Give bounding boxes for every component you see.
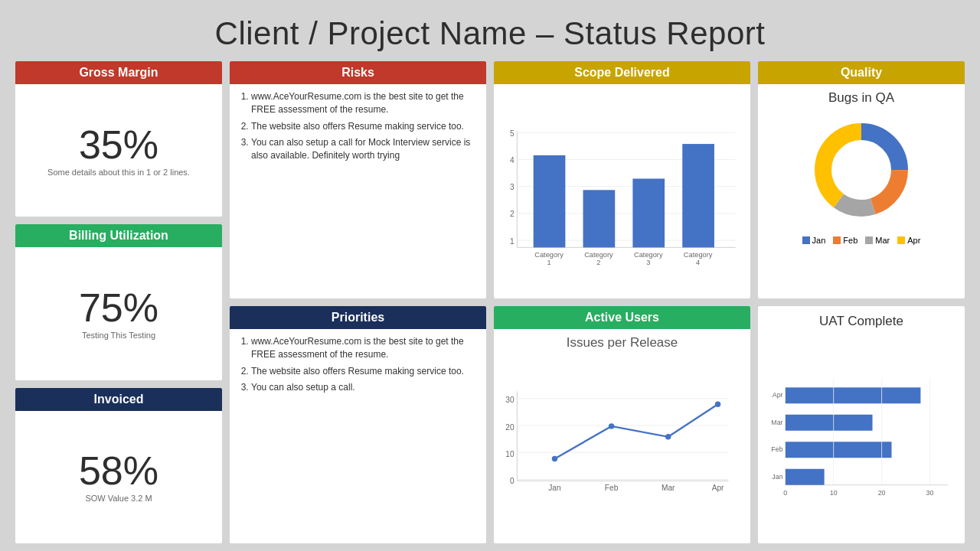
legend-jan: Jan [802, 236, 826, 245]
invoiced-detail: SOW Value 3.2 M [85, 494, 152, 503]
svg-text:4: 4 [510, 156, 514, 165]
svg-text:1: 1 [510, 237, 514, 246]
legend-mar-label: Mar [875, 236, 890, 245]
svg-rect-15 [682, 144, 714, 247]
svg-text:30: 30 [505, 396, 514, 404]
priorities-list: www.AceYourResume.com is the best site t… [239, 335, 477, 394]
priorities-header: Priorities [230, 306, 486, 329]
line-chart: 0 10 20 30 [501, 354, 743, 528]
uat-title: UAT Complete [766, 314, 957, 329]
legend-apr-dot [897, 236, 905, 244]
svg-rect-13 [583, 190, 616, 247]
scope-delivered-body: 5 4 3 2 1 [494, 84, 750, 298]
legend-jan-label: Jan [812, 236, 826, 245]
svg-text:Category: Category [534, 251, 564, 259]
priority-item-3: You can also setup a call. [251, 381, 477, 394]
svg-rect-12 [534, 155, 566, 247]
legend-feb: Feb [833, 236, 858, 245]
invoiced-body: 58% SOW Value 3.2 M [15, 411, 222, 543]
scope-delivered-header: Scope Delivered [494, 61, 750, 84]
gross-margin-header: Gross Margin [15, 61, 222, 84]
svg-text:10: 10 [505, 450, 514, 458]
quality-panel: Quality Bugs in QA [758, 61, 965, 298]
uat-body: UAT Complete Apr Mar Feb Jan [758, 306, 965, 543]
page-title: Client / Project Name – Status Report [15, 8, 965, 61]
quality-body: Bugs in QA Jan [758, 84, 965, 298]
donut-legend: Jan Feb Mar Apr [802, 236, 921, 245]
svg-text:Feb: Feb [771, 445, 782, 453]
svg-text:Category: Category [584, 251, 613, 259]
svg-text:Mar: Mar [662, 484, 675, 492]
donut-chart [800, 109, 923, 231]
svg-text:20: 20 [878, 489, 886, 497]
svg-text:3: 3 [510, 183, 514, 191]
risks-panel: Risks www.AceYourResume.com is the best … [230, 61, 486, 298]
billing-detail: Testing This Testing [82, 331, 155, 340]
scope-bar-chart: 5 4 3 2 1 [501, 90, 743, 295]
priorities-body: www.AceYourResume.com is the best site t… [230, 329, 486, 543]
legend-jan-dot [802, 236, 810, 244]
svg-rect-14 [632, 178, 665, 247]
risks-body: www.AceYourResume.com is the best site t… [230, 84, 486, 298]
svg-text:5: 5 [510, 129, 514, 138]
billing-card: Billing Utilization 75% Testing This Tes… [15, 224, 222, 380]
svg-text:30: 30 [926, 489, 934, 497]
svg-text:4: 4 [696, 259, 700, 267]
issues-per-release-title: Issues per Release [501, 335, 743, 350]
svg-text:Jan: Jan [772, 473, 782, 481]
risk-item-1: www.AceYourResume.com is the best site t… [251, 90, 477, 116]
svg-rect-54 [786, 442, 892, 458]
invoiced-value: 58% [79, 451, 158, 491]
svg-text:Apr: Apr [773, 391, 783, 399]
svg-rect-53 [786, 415, 873, 431]
uat-panel: UAT Complete Apr Mar Feb Jan [758, 306, 965, 543]
quality-header: Quality [758, 61, 965, 84]
svg-text:10: 10 [830, 489, 838, 497]
risks-header: Risks [230, 61, 486, 84]
priority-item-1: www.AceYourResume.com is the best site t… [251, 335, 477, 361]
svg-text:Jan: Jan [548, 484, 560, 492]
priorities-panel: Priorities www.AceYourResume.com is the … [230, 306, 486, 543]
legend-mar-dot [865, 236, 873, 244]
legend-feb-dot [833, 236, 841, 244]
svg-text:Category: Category [634, 251, 663, 259]
svg-text:1: 1 [547, 259, 550, 267]
active-users-header: Active Users [494, 306, 750, 329]
svg-text:2: 2 [596, 259, 600, 267]
left-column: Gross Margin 35% Some details about this… [15, 61, 222, 543]
risk-item-2: The website also offers Resume making se… [251, 120, 477, 133]
svg-text:Mar: Mar [771, 419, 782, 426]
svg-text:20: 20 [505, 423, 514, 432]
gross-margin-value: 35% [79, 125, 158, 165]
right-column: Risks www.AceYourResume.com is the best … [230, 61, 486, 543]
risks-list: www.AceYourResume.com is the best site t… [239, 90, 477, 162]
bugs-in-qa-title: Bugs in QA [828, 90, 894, 106]
page: Client / Project Name – Status Report Gr… [0, 0, 980, 551]
svg-text:Apr: Apr [712, 484, 724, 492]
svg-text:0: 0 [510, 477, 514, 485]
billing-header: Billing Utilization [15, 224, 222, 247]
active-users-body: Issues per Release 0 10 20 30 [494, 329, 750, 543]
svg-text:Category: Category [684, 251, 713, 259]
svg-point-28 [839, 148, 884, 192]
gross-margin-detail: Some details about this in 1 or 2 lines. [47, 168, 190, 177]
uat-bar-chart: Apr Mar Feb Jan 0 [766, 334, 957, 537]
billing-value: 75% [79, 288, 158, 328]
svg-point-39 [552, 456, 557, 461]
svg-point-42 [715, 401, 720, 406]
dashboard: Gross Margin 35% Some details about this… [15, 61, 965, 543]
risk-item-3: You can also setup a call for Mock Inter… [251, 136, 477, 162]
svg-text:Feb: Feb [605, 484, 619, 492]
legend-apr: Apr [897, 236, 920, 245]
gross-margin-body: 35% Some details about this in 1 or 2 li… [15, 84, 222, 217]
svg-rect-55 [786, 469, 825, 485]
invoiced-card: Invoiced 58% SOW Value 3.2 M [15, 388, 222, 543]
svg-text:3: 3 [646, 259, 650, 267]
svg-text:0: 0 [783, 489, 787, 497]
legend-apr-label: Apr [907, 236, 920, 245]
billing-body: 75% Testing This Testing [15, 247, 222, 380]
svg-rect-52 [786, 387, 921, 403]
svg-text:2: 2 [510, 210, 514, 219]
active-users-panel: Active Users Issues per Release 0 10 20 … [494, 306, 750, 543]
gross-margin-card: Gross Margin 35% Some details about this… [15, 61, 222, 217]
